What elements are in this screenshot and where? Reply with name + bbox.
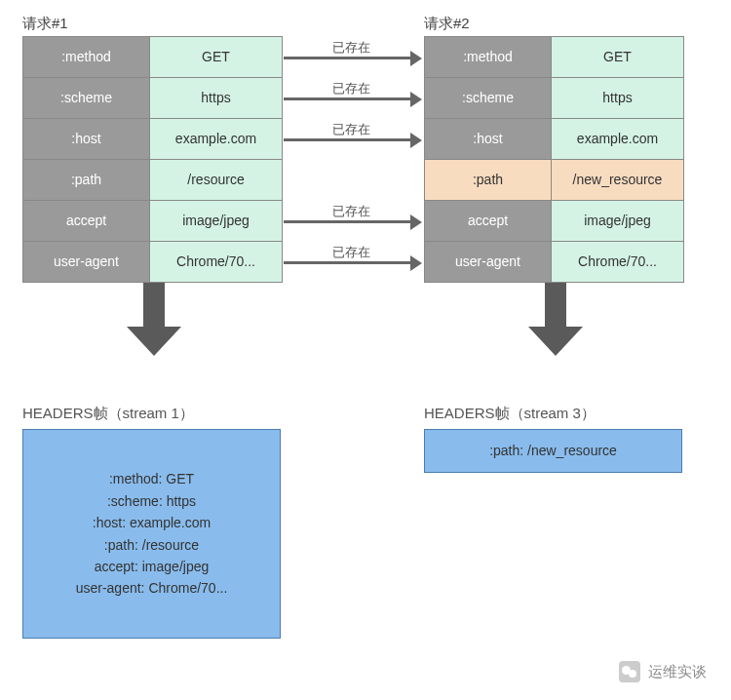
header-value: /new_resource [552, 160, 683, 200]
header-key: user-agent [425, 242, 552, 282]
exists-label: 已存在 [302, 121, 400, 138]
table-row: :path /new_resource [425, 160, 683, 201]
header-value: example.com [552, 119, 683, 159]
header-value: https [552, 78, 683, 118]
frame2-box: :path: /new_resource [424, 429, 682, 473]
table-row: user-agent Chrome/70... [425, 242, 683, 282]
header-value: Chrome/70... [150, 242, 282, 282]
arrow-right-icon [284, 97, 410, 100]
header-key: :path [425, 160, 552, 200]
arrow-right-icon [410, 92, 422, 107]
header-key: :method [23, 37, 150, 77]
exists-label: 已存在 [302, 203, 400, 220]
exists-label: 已存在 [302, 39, 400, 57]
exists-label: 已存在 [302, 244, 400, 261]
header-key: accept [23, 201, 150, 241]
table-row: :host example.com [23, 119, 282, 160]
header-key: :scheme [23, 78, 150, 118]
header-value: image/jpeg [552, 201, 683, 241]
table-row: :path /resource [23, 160, 282, 201]
header-key: :method [425, 37, 552, 77]
frame1-line: accept: image/jpeg [95, 556, 210, 577]
request1-title: 请求#1 [22, 15, 68, 33]
header-value: image/jpeg [150, 201, 282, 241]
watermark: 运维实谈 [619, 661, 707, 682]
arrow-down-icon [127, 283, 181, 356]
table-row: :host example.com [425, 119, 683, 160]
table-row: :method GET [23, 37, 282, 78]
frame1-line: user-agent: Chrome/70... [76, 577, 228, 599]
header-key: :host [425, 119, 552, 159]
arrow-right-icon [410, 214, 422, 230]
frame1-line: :method: GET [109, 468, 194, 489]
request2-title: 请求#2 [424, 15, 470, 33]
frame2-title: HEADERS帧（stream 3） [424, 405, 596, 423]
frame1-line: :host: example.com [93, 512, 211, 533]
table-row: :scheme https [23, 78, 282, 119]
exists-label: 已存在 [302, 80, 400, 97]
frame1-title: HEADERS帧（stream 1） [22, 405, 194, 423]
header-value: GET [150, 37, 282, 77]
request1-table: :method GET :scheme https :host example.… [22, 36, 283, 283]
arrow-right-icon [284, 220, 410, 223]
watermark-text: 运维实谈 [648, 663, 707, 681]
frame1-line: :path: /resource [104, 534, 199, 556]
wechat-icon [619, 661, 640, 682]
header-key: user-agent [23, 242, 150, 282]
frame1-box: :method: GET :scheme: https :host: examp… [22, 429, 281, 639]
header-key: accept [425, 201, 552, 241]
arrow-right-icon [284, 138, 410, 141]
header-value: example.com [150, 119, 282, 159]
frame2-line: :path: /new_resource [489, 440, 617, 461]
header-key: :host [23, 119, 150, 159]
table-row: accept image/jpeg [23, 201, 282, 242]
header-value: https [150, 78, 282, 118]
arrow-right-icon [410, 133, 422, 148]
header-value: /resource [150, 160, 282, 200]
table-row: accept image/jpeg [425, 201, 683, 242]
header-value: Chrome/70... [552, 242, 683, 282]
arrow-right-icon [284, 57, 410, 59]
header-value: GET [552, 37, 683, 77]
header-key: :scheme [425, 78, 552, 118]
header-key: :path [23, 160, 150, 200]
table-row: user-agent Chrome/70... [23, 242, 282, 282]
table-row: :method GET [425, 37, 683, 78]
arrow-right-icon [410, 51, 422, 66]
request2-table: :method GET :scheme https :host example.… [424, 36, 684, 283]
table-row: :scheme https [425, 78, 683, 119]
arrow-right-icon [410, 255, 422, 271]
arrow-right-icon [284, 261, 410, 264]
frame1-line: :scheme: https [107, 490, 196, 512]
arrow-down-icon [528, 283, 583, 356]
